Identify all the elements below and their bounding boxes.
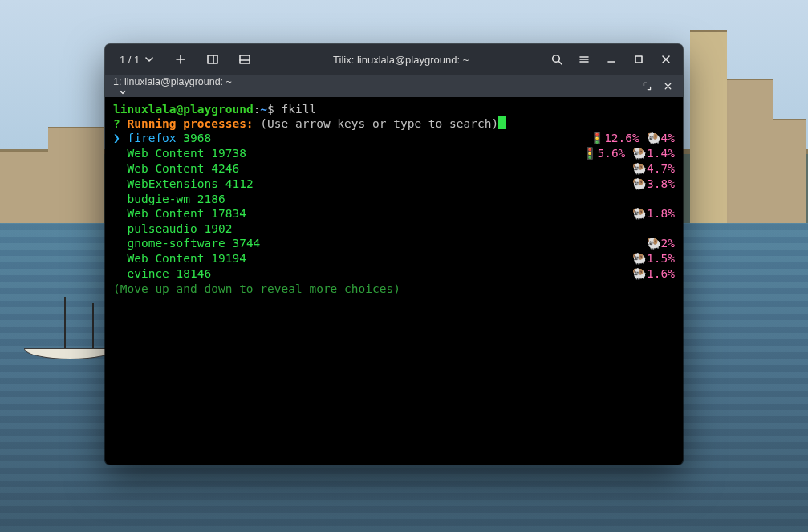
chevron-down-icon <box>118 87 128 97</box>
process-row[interactable]: ❯ firefox 3968🚦12.6% 🐏4% <box>113 131 675 146</box>
plus-icon <box>174 53 187 66</box>
close-icon <box>663 81 673 91</box>
process-row[interactable]: Web Content 19738🚦5.6% 🐏1.4% <box>113 146 675 161</box>
window-titlebar[interactable]: 1 / 1 Tilix: linuxlala@playground: ~ <box>105 44 683 75</box>
svg-rect-1 <box>240 55 250 63</box>
process-row[interactable]: gnome-software 3744🐏2% <box>113 236 675 251</box>
expand-icon <box>642 81 652 91</box>
terminal-tab-label: 1: linuxlala@playground: ~ <box>113 76 232 87</box>
terminal-tabbar: 1: linuxlala@playground: ~ <box>105 75 683 97</box>
hamburger-menu-button[interactable] <box>570 44 598 75</box>
terminal-viewport[interactable]: linuxlala@playground:~$ fkill? Running p… <box>105 97 683 465</box>
process-row[interactable]: pulseaudio 1902 <box>113 221 675 236</box>
svg-rect-3 <box>635 56 642 63</box>
tab-fullscreen-button[interactable] <box>636 75 657 98</box>
maximize-icon <box>632 53 645 66</box>
split-right-button[interactable] <box>199 44 226 75</box>
split-down-icon <box>238 53 251 66</box>
hamburger-icon <box>578 53 591 66</box>
terminal-tab[interactable]: 1: linuxlala@playground: ~ <box>113 76 232 97</box>
close-icon <box>660 53 672 66</box>
process-row[interactable]: Web Content 4246🐏4.7% <box>113 161 675 177</box>
fkill-header: ? Running processes: (Use arrow keys or … <box>113 116 675 131</box>
tab-close-button[interactable] <box>657 75 678 98</box>
process-row[interactable]: Web Content 19194🐏1.5% <box>113 251 675 266</box>
svg-rect-0 <box>208 55 217 63</box>
process-row[interactable]: Web Content 17834🐏1.8% <box>113 206 675 221</box>
split-down-button[interactable] <box>231 44 258 75</box>
split-right-icon <box>206 53 219 66</box>
process-row[interactable]: WebExtensions 4112🐏3.8% <box>113 177 675 192</box>
process-row[interactable]: budgie-wm 2186 <box>113 192 675 206</box>
search-icon <box>550 53 563 66</box>
prompt-line: linuxlala@playground:~$ fkill <box>113 102 675 116</box>
maximize-button[interactable] <box>625 44 652 75</box>
terminal-window: 1 / 1 Tilix: linuxlala@playground: ~ <box>105 44 683 465</box>
process-row[interactable]: evince 18146🐏1.6% <box>113 266 675 282</box>
minimize-icon <box>605 53 618 66</box>
fkill-footer: (Move up and down to reveal more choices… <box>113 282 675 296</box>
session-switcher[interactable]: 1 / 1 <box>113 49 162 70</box>
minimize-button[interactable] <box>598 44 625 75</box>
close-button[interactable] <box>652 44 680 75</box>
search-button[interactable] <box>543 44 570 75</box>
session-counter: 1 / 1 <box>120 54 140 66</box>
new-session-button[interactable] <box>167 44 194 75</box>
window-title: Tilix: linuxlala@playground: ~ <box>258 54 543 66</box>
chevron-down-icon <box>143 53 156 66</box>
